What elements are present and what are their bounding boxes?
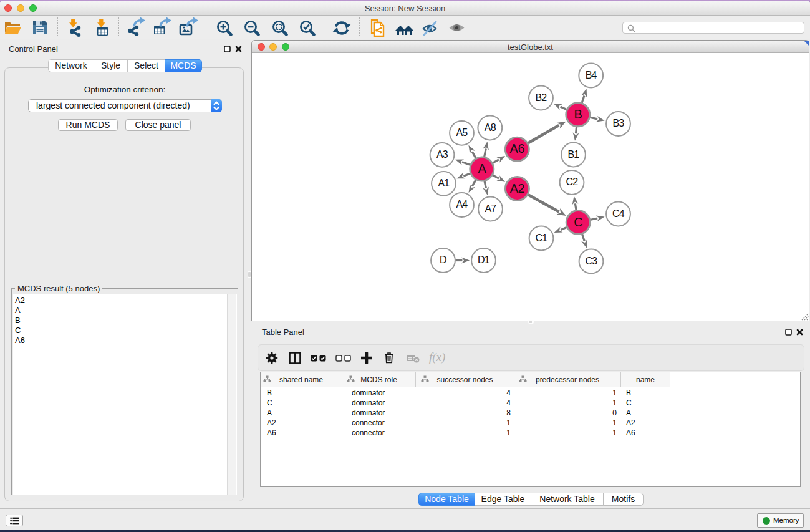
svg-text:C3: C3 bbox=[586, 256, 598, 266]
svg-text:A4: A4 bbox=[456, 199, 468, 210]
svg-text:C4: C4 bbox=[612, 208, 625, 219]
svg-text:C1: C1 bbox=[536, 233, 548, 243]
svg-text:D1: D1 bbox=[478, 254, 490, 265]
svg-text:A6: A6 bbox=[510, 142, 525, 155]
svg-text:A1: A1 bbox=[438, 178, 450, 188]
svg-text:B4: B4 bbox=[586, 70, 597, 80]
svg-text:B3: B3 bbox=[613, 118, 625, 128]
svg-text:A: A bbox=[478, 162, 486, 175]
svg-text:A8: A8 bbox=[485, 122, 496, 133]
svg-text:A7: A7 bbox=[485, 203, 497, 214]
svg-text:B2: B2 bbox=[536, 92, 547, 103]
svg-text:A5: A5 bbox=[456, 127, 468, 138]
svg-text:C: C bbox=[574, 215, 582, 229]
svg-text:D: D bbox=[440, 254, 446, 265]
svg-text:B: B bbox=[574, 107, 582, 121]
svg-text:A2: A2 bbox=[510, 181, 525, 195]
svg-text:B1: B1 bbox=[568, 149, 580, 160]
svg-text:A3: A3 bbox=[436, 149, 448, 160]
svg-text:C2: C2 bbox=[566, 177, 579, 187]
